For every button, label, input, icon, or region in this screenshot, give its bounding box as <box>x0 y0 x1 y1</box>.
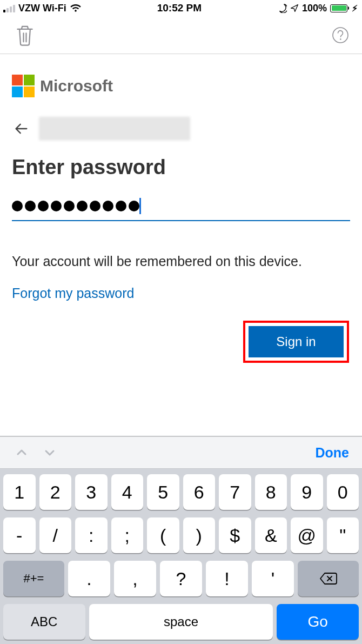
keyboard-key[interactable]: 6 <box>183 474 216 510</box>
keyboard-key[interactable]: 3 <box>75 474 108 510</box>
forgot-password-link[interactable]: Forgot my password <box>12 286 350 301</box>
chevron-up-icon[interactable] <box>15 446 28 459</box>
keyboard-nav-arrows <box>15 446 56 459</box>
account-row <box>14 117 350 141</box>
keyboard-key[interactable]: ' <box>252 561 294 596</box>
keyboard-done-button[interactable]: Done <box>316 445 350 461</box>
signin-button-wrap: Sign in <box>12 321 350 363</box>
help-icon[interactable] <box>332 26 349 44</box>
status-bar: VZW Wi-Fi 10:52 PM 100% ⚡︎ <box>0 0 362 16</box>
keyboard-key[interactable]: / <box>39 517 72 553</box>
keyboard-row-4: ABC space Go <box>3 604 359 640</box>
account-email-redacted <box>39 117 190 141</box>
trash-icon[interactable] <box>15 24 35 47</box>
toolbar <box>0 16 362 54</box>
battery-icon <box>330 4 347 12</box>
keyboard-row-2: -/:;()$&@" <box>3 517 359 553</box>
keyboard-key[interactable]: 9 <box>291 474 323 510</box>
keyboard-key[interactable]: " <box>327 517 359 553</box>
svg-point-0 <box>333 28 348 43</box>
keyboard-key[interactable]: ! <box>206 561 248 596</box>
keyboard-key[interactable]: 5 <box>147 474 179 510</box>
chevron-down-icon[interactable] <box>43 446 56 459</box>
keyboard-go-key[interactable]: Go <box>277 604 359 640</box>
signal-bars-icon <box>3 4 15 12</box>
microsoft-brand: Microsoft <box>12 75 350 97</box>
microsoft-wordmark: Microsoft <box>40 77 113 95</box>
back-arrow-icon[interactable] <box>14 121 29 136</box>
battery-percent: 100% <box>302 3 327 14</box>
carrier-label: VZW Wi-Fi <box>18 3 66 14</box>
status-time: 10:52 PM <box>157 2 202 14</box>
status-right: 100% ⚡︎ <box>277 3 358 14</box>
signin-button[interactable]: Sign in <box>249 326 344 357</box>
keyboard-key[interactable]: & <box>255 517 287 553</box>
keyboard-key[interactable]: @ <box>291 517 323 553</box>
keyboard-key[interactable]: 1 <box>3 474 36 510</box>
keyboard-space-key[interactable]: space <box>89 604 273 640</box>
microsoft-logo-icon <box>12 75 35 97</box>
keyboard-key[interactable]: ? <box>160 561 202 596</box>
keyboard-key[interactable]: ) <box>183 517 216 553</box>
keyboard-shift-key[interactable]: #+= <box>3 561 64 596</box>
signin-content: Microsoft Enter password Your account wi… <box>0 54 362 363</box>
keyboard-key[interactable]: . <box>68 561 110 596</box>
location-icon <box>290 4 299 12</box>
ios-keyboard: Done 1234567890 -/:;()$&@" #+= .,?!' ABC… <box>0 436 362 644</box>
keyboard-key[interactable]: 0 <box>327 474 359 510</box>
wifi-icon <box>70 4 82 12</box>
annotation-highlight-box: Sign in <box>243 321 349 363</box>
keyboard-key[interactable]: 2 <box>39 474 72 510</box>
keyboard-delete-key[interactable] <box>298 561 359 596</box>
remember-device-text: Your account will be remembered on this … <box>12 254 350 269</box>
keyboard-key[interactable]: ( <box>147 517 179 553</box>
page-heading: Enter password <box>12 156 350 179</box>
status-left: VZW Wi-Fi <box>3 3 82 14</box>
keyboard-row-3: #+= .,?!' <box>3 561 359 596</box>
dnd-moon-icon <box>277 3 287 13</box>
keyboard-key[interactable]: $ <box>219 517 251 553</box>
keyboard-key[interactable]: , <box>114 561 156 596</box>
keyboard-keys: 1234567890 -/:;()$&@" #+= .,?!' ABC spac… <box>0 469 362 644</box>
keyboard-key[interactable]: 4 <box>111 474 144 510</box>
keyboard-key[interactable]: 7 <box>219 474 251 510</box>
keyboard-key[interactable]: - <box>3 517 36 553</box>
keyboard-key[interactable]: 8 <box>255 474 287 510</box>
svg-point-1 <box>340 38 341 40</box>
charging-icon: ⚡︎ <box>352 3 358 14</box>
keyboard-key[interactable]: ; <box>111 517 144 553</box>
text-cursor <box>139 198 141 214</box>
keyboard-row-1: 1234567890 <box>3 474 359 510</box>
password-mask-dots <box>12 201 139 211</box>
keyboard-abc-key[interactable]: ABC <box>3 604 85 640</box>
keyboard-key[interactable]: : <box>75 517 108 553</box>
keyboard-accessory-bar: Done <box>0 436 362 469</box>
password-input[interactable] <box>12 195 350 221</box>
